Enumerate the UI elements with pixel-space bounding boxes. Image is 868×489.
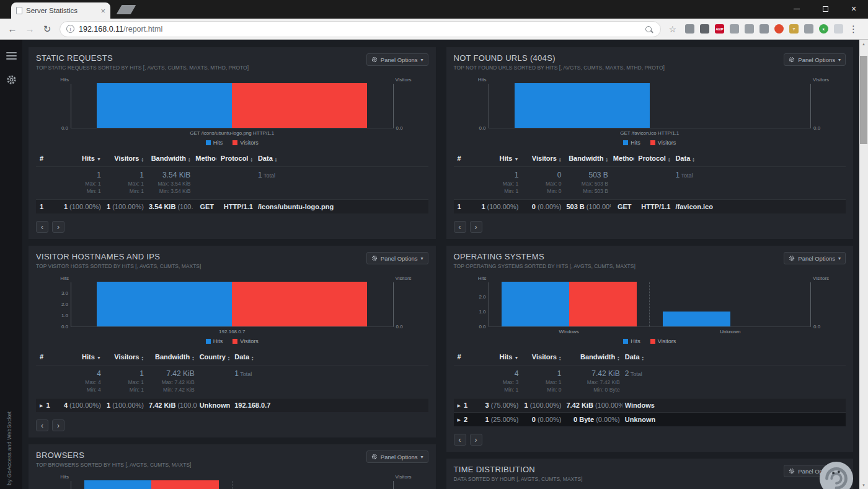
category-labels: WindowsUnknown [489, 329, 812, 334]
left-axis-ticks: 0.01.02.0 [454, 282, 489, 327]
column-header-data[interactable]: Data▲▼ [232, 353, 427, 361]
extension-6-icon[interactable] [760, 24, 769, 34]
page-info-icon[interactable]: i [66, 25, 74, 33]
column-header-hits[interactable]: Hits▼ [56, 155, 103, 162]
prev-page-button[interactable]: ‹ [454, 221, 466, 233]
next-page-button[interactable]: › [52, 419, 64, 431]
cell-data: 192.168.0.7 [232, 402, 427, 409]
extension-1-icon[interactable] [685, 24, 694, 34]
window-titlebar[interactable]: Server Statistics × × [0, 0, 868, 19]
extension-9-icon[interactable] [804, 24, 813, 34]
hits-bar [97, 282, 232, 326]
column-header-visitors[interactable]: Visitors▲▼ [521, 353, 564, 361]
gear-icon [789, 255, 795, 261]
settings-gear-icon[interactable] [6, 74, 17, 87]
tab-title: Server Statistics [26, 7, 97, 14]
column-header-protocol[interactable]: Protocol▲▼ [634, 155, 673, 163]
column-header-bandwidth[interactable]: Bandwidth▲▼ [146, 353, 197, 361]
forward-button[interactable]: → [22, 24, 37, 34]
column-header-method[interactable]: Method▲▼ [193, 155, 216, 163]
dashboard: STATIC REQUESTSTOP STATIC REQUESTS SORTE… [22, 40, 859, 489]
dashboard-column-left: STATIC REQUESTSTOP STATIC REQUESTS SORTE… [29, 47, 436, 489]
zoom-icon[interactable] [645, 26, 652, 32]
panel-titles: TIME DISTRIBUTIONDATA SORTED BY HOUR [, … [454, 465, 583, 482]
panel-options-button[interactable]: Panel Options▾ [784, 252, 846, 264]
scroll-down-icon[interactable]: ▼ [859, 481, 868, 489]
expand-row-icon[interactable]: ▶ [40, 403, 43, 408]
summary-value: 4 [63, 369, 101, 378]
extension-y-icon[interactable]: Y [789, 24, 799, 34]
cell-percent: (0.00%) [594, 416, 620, 423]
panel-options-button[interactable]: Panel Options▾ [366, 252, 428, 264]
next-page-button[interactable]: › [470, 221, 482, 233]
expand-row-icon[interactable]: ▶ [458, 403, 461, 408]
panel-title: VISITOR HOSTNAMES AND IPS [36, 252, 201, 261]
table-row[interactable]: 11 (100.00%)1 (100.00%)3.54 KiB (100.00%… [36, 199, 428, 213]
column-header-visitors[interactable]: Visitors▲▼ [104, 155, 146, 163]
scrollbar[interactable]: ▲ ▼ [859, 40, 868, 489]
browser-tab[interactable]: Server Statistics × [11, 2, 110, 19]
extension-k-icon[interactable]: k [819, 24, 828, 34]
new-tab-button[interactable] [117, 5, 136, 14]
column-header-data[interactable]: Data▲▼ [673, 155, 844, 163]
prev-page-button[interactable]: ‹ [36, 221, 48, 233]
column-header-protocol[interactable]: Protocol▲▼ [216, 155, 255, 163]
summary-data: 2 Total [622, 369, 844, 378]
sort-down-arrow: ▼ [188, 160, 190, 163]
column-header-hits[interactable]: Hits▼ [61, 353, 104, 361]
extension-5-icon[interactable] [745, 24, 754, 34]
summary-hits: 1Max: 1Min: 1 [474, 171, 521, 194]
column-header-data[interactable]: Data▲▼ [622, 353, 844, 361]
column-header-bandwidth[interactable]: Bandwidth▲▼ [564, 155, 610, 163]
extensions-row: ABPYk [685, 24, 843, 34]
column-header-country[interactable]: Country▲▼ [197, 353, 232, 361]
address-bar[interactable]: i 192.168.0.11/report.html [60, 21, 661, 37]
scroll-up-icon[interactable]: ▲ [859, 40, 868, 48]
table-row[interactable]: ▶13 (75.00%)1 (100.00%)7.42 KiB (100.00%… [454, 398, 846, 412]
column-header-bandwidth[interactable]: Bandwidth▲▼ [564, 353, 622, 361]
table-row[interactable]: 11 (100.00%)0 (0.00%)503 B (100.00%)GETH… [454, 199, 846, 213]
extension-4-icon[interactable] [730, 24, 739, 34]
prev-page-button[interactable]: ‹ [454, 434, 466, 446]
expand-row-icon[interactable]: ▶ [458, 418, 461, 422]
next-page-button[interactable]: › [470, 434, 482, 446]
panel-chart: HitsVisitors0.00.0GET /favicon.ico HTTP/… [454, 77, 846, 146]
column-header-visitors[interactable]: Visitors▲▼ [521, 155, 564, 163]
panel-options-button[interactable]: Panel Options▾ [366, 53, 428, 66]
back-button[interactable]: ← [5, 24, 20, 34]
extension-7-icon[interactable] [774, 24, 784, 34]
legend-item-hits: Hits [206, 140, 223, 146]
tab-close-icon[interactable]: × [100, 7, 105, 15]
table-row[interactable]: ▶14 (100.00%)1 (100.00%)7.42 KiB (100.00… [36, 398, 428, 412]
bookmark-star-icon[interactable]: ☆ [668, 25, 676, 34]
panel-subtitle: TOP BROWSERS SORTED BY HITS [, AVGTS, CU… [36, 462, 191, 468]
prev-page-button[interactable]: ‹ [36, 419, 48, 431]
menu-icon[interactable] [6, 52, 17, 60]
panel-browsers: BROWSERSTOP BROWSERS SORTED BY HITS [, A… [29, 444, 436, 489]
axis-spacer [489, 77, 812, 83]
column-header-data[interactable]: Data▲▼ [255, 155, 427, 163]
window-maximize-button[interactable] [811, 0, 839, 17]
column-header-item: # [455, 155, 474, 162]
browser-menu-icon[interactable]: ⋮ [846, 24, 863, 34]
next-page-button[interactable]: › [52, 221, 64, 233]
y-tick-label: 0.0 [61, 324, 68, 330]
panel-options-button[interactable]: Panel Options▾ [366, 451, 428, 463]
column-header-visitors[interactable]: Visitors▲▼ [104, 353, 146, 361]
legend-label: Hits [631, 338, 640, 344]
summary-minmax: Max: 1 [59, 181, 100, 187]
window-close-button[interactable]: × [839, 0, 868, 17]
summary-data: 1 Total [232, 369, 427, 378]
column-header-bandwidth[interactable]: Bandwidth▲▼ [146, 155, 193, 163]
extension-abp-icon[interactable]: ABP [715, 24, 724, 34]
column-header-hits[interactable]: Hits▼ [474, 353, 521, 361]
window-minimize-button[interactable] [782, 0, 811, 17]
extension-2-icon[interactable] [700, 24, 709, 34]
reload-button[interactable]: ↻ [40, 24, 55, 34]
table-row[interactable]: ▶21 (25.00%)0 (0.00%)0 Byte (0.00%)Unkno… [454, 412, 846, 426]
column-header-method[interactable]: Method▲▼ [611, 155, 634, 163]
panel-options-button[interactable]: Panel Options▾ [784, 53, 846, 66]
extension-11-icon[interactable] [834, 24, 843, 34]
scrollbar-thumb[interactable] [860, 56, 867, 144]
column-header-hits[interactable]: Hits▼ [474, 155, 521, 162]
